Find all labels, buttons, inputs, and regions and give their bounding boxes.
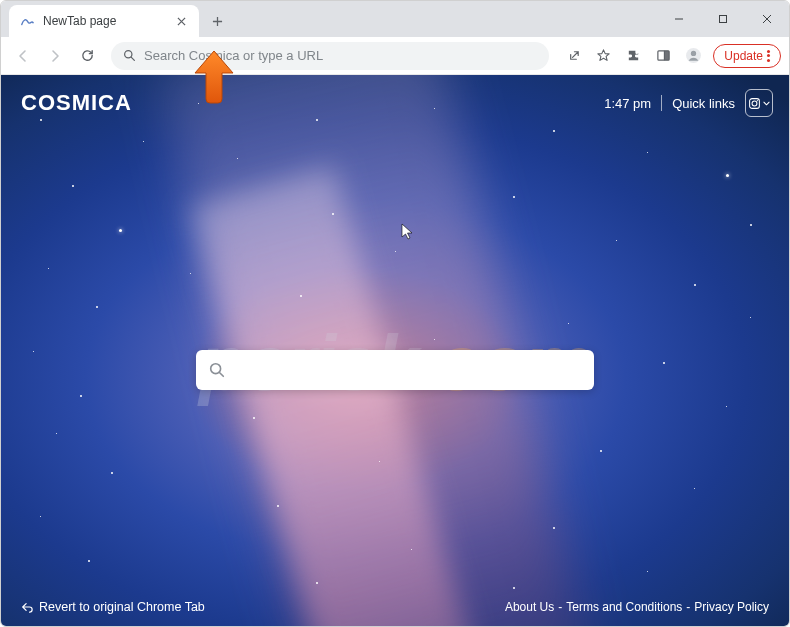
maximize-button[interactable] (701, 4, 745, 34)
svg-point-9 (211, 364, 221, 374)
separator (661, 95, 662, 111)
page-header: COSMICA 1:47 pm Quick links (21, 89, 773, 117)
revert-link[interactable]: Revert to original Chrome Tab (21, 600, 205, 614)
logo-text: COSMICA (21, 90, 132, 116)
revert-label: Revert to original Chrome Tab (39, 600, 205, 614)
footer-links: About Us - Terms and Conditions - Privac… (505, 600, 769, 614)
browser-tab[interactable]: NewTab page (9, 5, 199, 37)
back-button[interactable] (9, 42, 37, 70)
page-search-box[interactable] (196, 350, 594, 390)
header-right: 1:47 pm Quick links (604, 89, 773, 117)
new-tab-button[interactable] (203, 7, 231, 35)
search-icon (208, 361, 226, 379)
browser-toolbar: Search Cosmica or type a URL Update (1, 37, 789, 75)
sidepanel-icon[interactable] (649, 42, 677, 70)
footer-sep: - (686, 600, 690, 614)
forward-button[interactable] (41, 42, 69, 70)
instagram-icon (748, 97, 761, 110)
cosmica-logo: COSMICA (21, 90, 132, 116)
footer-link-terms[interactable]: Terms and Conditions (566, 600, 682, 614)
svg-rect-0 (720, 16, 727, 23)
svg-point-5 (691, 51, 696, 56)
update-button[interactable]: Update (713, 44, 781, 68)
svg-rect-3 (664, 51, 669, 60)
reload-button[interactable] (73, 42, 101, 70)
browser-window: NewTab page (0, 0, 790, 627)
close-window-button[interactable] (745, 4, 789, 34)
tab-title: NewTab page (43, 14, 165, 28)
profile-icon[interactable] (679, 42, 707, 70)
page-search-input[interactable] (234, 362, 582, 379)
quick-links-button[interactable]: Quick links (672, 96, 735, 111)
header-time: 1:47 pm (604, 96, 651, 111)
update-label: Update (724, 49, 763, 63)
omnibox[interactable]: Search Cosmica or type a URL (111, 42, 549, 70)
new-tab-content: COSMICA 1:47 pm Quick links pcrisk.com (1, 75, 789, 626)
revert-icon (21, 601, 33, 613)
svg-point-7 (752, 101, 757, 106)
footer-link-about[interactable]: About Us (505, 600, 554, 614)
toolbar-right: Update (559, 42, 781, 70)
footer-link-privacy[interactable]: Privacy Policy (694, 600, 769, 614)
bookmark-star-icon[interactable] (589, 42, 617, 70)
menu-dots-icon (767, 50, 770, 62)
chevron-down-icon (763, 100, 770, 107)
share-icon[interactable] (559, 42, 587, 70)
svg-rect-6 (750, 98, 760, 108)
annotation-arrow-icon (189, 49, 239, 109)
minimize-button[interactable] (657, 4, 701, 34)
extensions-icon[interactable] (619, 42, 647, 70)
titlebar: NewTab page (1, 1, 789, 37)
svg-point-8 (757, 100, 758, 101)
page-footer: Revert to original Chrome Tab About Us -… (21, 600, 769, 614)
instagram-button[interactable] (745, 89, 773, 117)
mouse-cursor-icon (401, 223, 415, 245)
tab-close-icon[interactable] (173, 13, 189, 29)
tab-favicon-icon (19, 13, 35, 29)
footer-sep: - (558, 600, 562, 614)
window-controls (657, 1, 789, 37)
search-icon (123, 49, 136, 62)
